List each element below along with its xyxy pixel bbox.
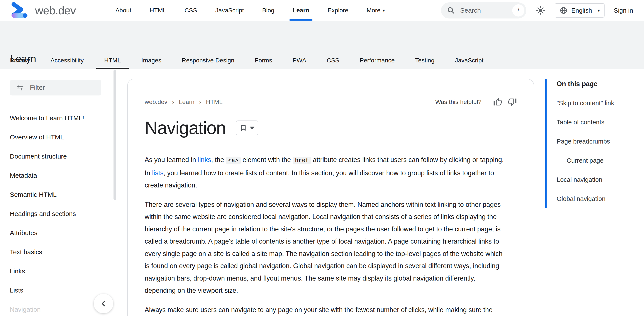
chevron-right-icon: › — [172, 99, 174, 106]
language-label: English — [571, 7, 592, 14]
inline-link[interactable]: links — [198, 156, 211, 163]
text-run: , you learned how to create lists of con… — [145, 169, 494, 189]
site-header: web.dev AboutHTMLCSSJavaScriptBlogLearnE… — [0, 0, 644, 21]
course-tab[interactable]: Testing — [415, 52, 435, 69]
article-title-row: Navigation — [145, 117, 517, 139]
chevron-down-icon: ▾ — [598, 8, 600, 13]
bookmark-button[interactable] — [236, 121, 258, 135]
feedback-widget: Was this helpful? — [435, 97, 517, 107]
chevron-down-icon: ▾ — [382, 8, 385, 13]
course-tab[interactable]: PWA — [292, 52, 306, 69]
search-placeholder: Search — [460, 7, 512, 14]
chevron-left-icon — [99, 299, 108, 309]
course-module-list: Welcome to Learn HTML!Overview of HTMLDo… — [10, 109, 106, 316]
web-dev-logo-icon — [10, 2, 31, 19]
course-tab[interactable]: CSS — [327, 52, 340, 69]
sidebar-collapse-button[interactable] — [94, 294, 113, 314]
breadcrumb-item[interactable]: Learn — [179, 99, 194, 106]
text-run: As you learned in — [145, 156, 198, 163]
top-nav-item[interactable]: Blog — [253, 0, 284, 21]
breadcrumb-item[interactable]: web.dev — [145, 99, 167, 106]
course-tab[interactable]: HTML — [104, 52, 121, 69]
course-module-item[interactable]: Text basics — [10, 243, 106, 262]
course-tab[interactable]: Forms — [255, 52, 272, 69]
toc-item[interactable]: Page breadcrumbs — [557, 132, 614, 151]
toc-accent-rule — [545, 79, 546, 208]
filter-placeholder: Filter — [30, 84, 45, 92]
top-nav-item[interactable]: More▾ — [358, 0, 394, 21]
filter-icon — [16, 84, 24, 91]
breadcrumb-item[interactable]: HTML — [206, 99, 222, 106]
thumbs-up-icon — [493, 97, 502, 107]
toc-item[interactable]: Table of contents — [557, 113, 614, 132]
search-shortcut-badge: / — [512, 4, 524, 16]
bookmark-icon — [240, 124, 247, 132]
course-module-item[interactable]: Document structure — [10, 147, 106, 166]
article-card: web.dev›Learn›HTML Was this helpful? — [127, 79, 534, 316]
text-run: Always make sure users can navigate to a… — [145, 306, 492, 314]
light-mode-icon — [536, 6, 545, 15]
search-input[interactable]: Search / — [441, 2, 526, 18]
course-tab[interactable]: JavaScript — [455, 52, 484, 69]
breadcrumb: web.dev›Learn›HTML — [145, 99, 223, 106]
top-nav-item[interactable]: HTML — [140, 0, 176, 21]
toc-item[interactable]: Global navigation — [557, 189, 614, 208]
top-nav-item[interactable]: Learn — [284, 0, 318, 21]
feedback-label: Was this helpful? — [435, 99, 482, 106]
toc-item[interactable]: "Skip to content" link — [557, 94, 614, 113]
sidebar-scrollbar[interactable] — [114, 70, 116, 200]
filter-input[interactable]: Filter — [10, 80, 101, 96]
top-nav-item[interactable]: Explore — [318, 0, 358, 21]
thumbs-down-icon — [508, 97, 517, 107]
sidebar-divider — [0, 106, 116, 106]
course-tab[interactable]: Accessibility — [50, 52, 84, 69]
article-card-top: web.dev›Learn›HTML Was this helpful? — [145, 97, 517, 107]
top-nav-item[interactable]: CSS — [176, 0, 206, 21]
web-dev-logo[interactable]: web.dev — [10, 2, 76, 19]
toc-item[interactable]: Local navigation — [557, 170, 614, 189]
page-title: Navigation — [145, 117, 226, 139]
logo-wordmark: web.dev — [35, 4, 76, 17]
on-this-page-toc: On this page "Skip to content" linkTable… — [545, 79, 614, 208]
course-tab[interactable]: Responsive Design — [182, 52, 234, 69]
course-module-item[interactable]: Welcome to Learn HTML! — [10, 109, 106, 128]
thumbs-down-button[interactable] — [508, 97, 517, 107]
toc-list: "Skip to content" linkTable of contentsP… — [557, 94, 614, 208]
course-tab[interactable]: Privacy — [10, 52, 30, 69]
top-nav-item[interactable]: About — [106, 0, 140, 21]
course-module-item[interactable]: Navigation — [10, 300, 106, 316]
course-module-item[interactable]: Metadata — [10, 166, 106, 185]
course-tab[interactable]: Images — [142, 52, 162, 69]
course-module-item[interactable]: Attributes — [10, 223, 106, 243]
paragraph: Always make sure users can navigate to a… — [145, 304, 504, 316]
chevron-down-icon — [250, 127, 254, 129]
article-body: As you learned in links, the <a> element… — [145, 154, 504, 316]
paragraph: As you learned in links, the <a> element… — [145, 154, 504, 191]
toc-item[interactable]: Current page — [557, 151, 614, 170]
web-dev-learn-page: web.dev AboutHTMLCSSJavaScriptBlogLearnE… — [0, 0, 644, 316]
course-module-item[interactable]: Links — [10, 262, 106, 281]
inline-code: <a> — [226, 157, 241, 164]
sign-in-button[interactable]: Sign in — [614, 7, 633, 14]
course-module-item[interactable]: Semantic HTML — [10, 185, 106, 204]
toc-header: On this page — [557, 79, 614, 89]
toc-content: On this page "Skip to content" linkTable… — [557, 79, 614, 208]
text-run: There are several types of navigation an… — [145, 201, 502, 294]
theme-toggle-button[interactable] — [536, 5, 546, 15]
thumbs-up-button[interactable] — [493, 97, 502, 107]
learn-banner: Learn PrivacyAccessibilityHTMLImagesResp… — [0, 21, 644, 69]
course-tab[interactable]: Performance — [360, 52, 394, 69]
course-tabs: PrivacyAccessibilityHTMLImagesResponsive… — [10, 52, 504, 69]
top-navigation: AboutHTMLCSSJavaScriptBlogLearnExploreMo… — [106, 0, 394, 21]
course-module-item[interactable]: Lists — [10, 281, 106, 300]
course-module-item[interactable]: Headings and sections — [10, 204, 106, 223]
search-icon — [447, 6, 455, 14]
text-run: , the — [211, 156, 226, 163]
top-nav-item[interactable]: JavaScript — [206, 0, 253, 21]
paragraph: There are several types of navigation an… — [145, 198, 504, 297]
inline-code: href — [293, 157, 311, 164]
language-selector[interactable]: English ▾ — [555, 3, 604, 18]
inline-link[interactable]: lists — [152, 169, 164, 176]
text-run: element with the — [241, 156, 293, 163]
course-module-item[interactable]: Overview of HTML — [10, 128, 106, 147]
